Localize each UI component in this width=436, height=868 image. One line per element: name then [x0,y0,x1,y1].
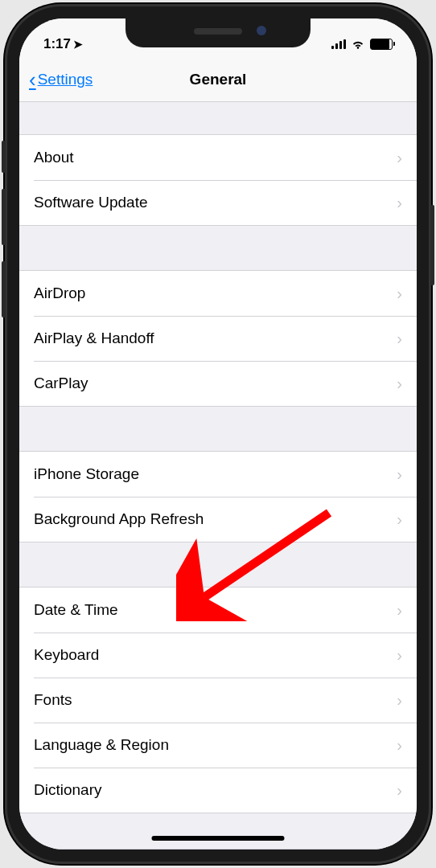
row-fonts[interactable]: Fonts › [19,678,417,723]
location-services-icon: ➤ [73,38,83,51]
home-indicator[interactable] [152,836,285,841]
row-iphone-storage[interactable]: iPhone Storage › [19,452,417,497]
settings-group: Date & Time › Keyboard › Fonts › Languag… [19,587,417,813]
row-label: Dictionary [34,781,101,799]
content-scroll[interactable]: About › Software Update › AirDrop › AirP… [19,102,417,850]
group-spacer [19,542,417,587]
row-label: Software Update [34,194,148,211]
chevron-right-icon: › [397,465,402,484]
row-carplay[interactable]: CarPlay › [19,361,417,406]
back-label: Settings [38,71,93,88]
row-label: AirDrop [34,285,85,302]
group-spacer [19,102,417,134]
row-label: CarPlay [34,375,88,392]
row-label: Background App Refresh [34,510,204,528]
row-airdrop[interactable]: AirDrop › [19,271,417,316]
chevron-right-icon: › [397,601,402,620]
battery-icon [370,39,393,50]
chevron-right-icon: › [397,194,402,212]
notch [125,18,311,47]
phone-frame: 1:17 ➤ ‹ Settings General About › [5,4,431,864]
row-dictionary[interactable]: Dictionary › [19,768,417,813]
group-spacer [19,813,417,849]
row-label: Fonts [34,691,72,709]
group-spacer [19,407,417,451]
row-label: Date & Time [34,601,118,619]
row-label: Keyboard [34,646,99,664]
row-background-app-refresh[interactable]: Background App Refresh › [19,497,417,542]
row-keyboard[interactable]: Keyboard › [19,633,417,678]
navigation-bar: ‹ Settings General [19,57,417,102]
settings-group: iPhone Storage › Background App Refresh … [19,451,417,542]
settings-group: About › Software Update › [19,134,417,226]
status-right [331,39,393,50]
chevron-right-icon: › [397,375,402,393]
row-label: iPhone Storage [34,465,139,483]
chevron-right-icon: › [397,736,402,755]
chevron-right-icon: › [397,646,402,665]
status-time: 1:17 [43,36,71,52]
chevron-left-icon: ‹ [29,69,36,90]
page-title: General [190,71,247,88]
screen: 1:17 ➤ ‹ Settings General About › [19,18,417,850]
settings-group: VPN Not Connected › [19,849,417,850]
volume-down-button [2,261,6,317]
row-label: About [34,149,74,166]
chevron-right-icon: › [397,285,402,303]
row-airplay-handoff[interactable]: AirPlay & Handoff › [19,316,417,361]
row-label: Language & Region [34,736,169,754]
row-about[interactable]: About › [19,135,417,180]
cellular-signal-icon [331,39,346,49]
chevron-right-icon: › [397,691,402,710]
chevron-right-icon: › [397,330,402,348]
row-date-time[interactable]: Date & Time › [19,588,417,633]
status-left: 1:17 ➤ [43,36,83,52]
chevron-right-icon: › [397,149,402,167]
settings-group: AirDrop › AirPlay & Handoff › CarPlay › [19,270,417,407]
chevron-right-icon: › [397,781,402,800]
chevron-right-icon: › [397,510,402,529]
volume-up-button [2,189,6,245]
power-button [430,205,434,285]
wifi-icon [351,39,365,50]
row-label: AirPlay & Handoff [34,330,154,347]
back-button[interactable]: ‹ Settings [29,69,93,90]
row-language-region[interactable]: Language & Region › [19,723,417,768]
row-software-update[interactable]: Software Update › [19,180,417,225]
group-spacer [19,226,417,270]
mute-switch [2,141,6,173]
